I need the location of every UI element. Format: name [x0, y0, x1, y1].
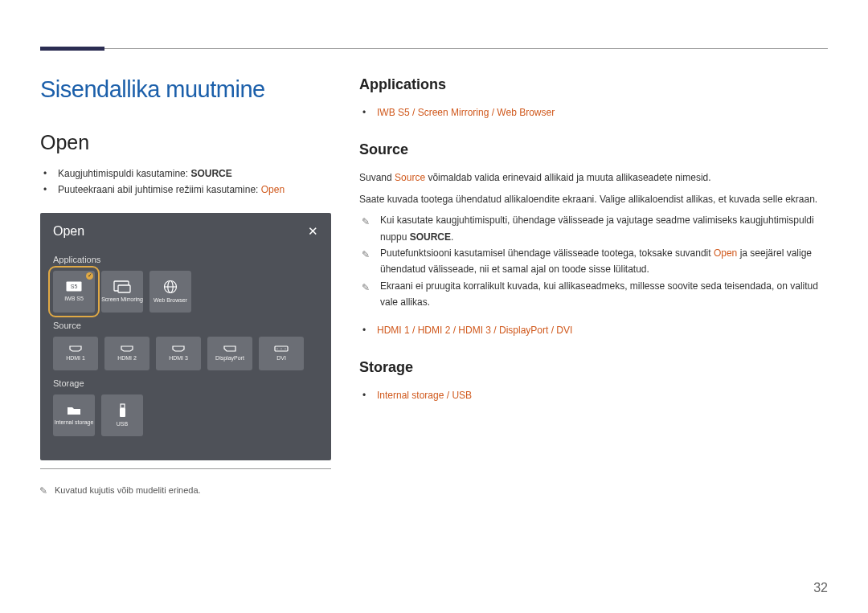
- source-note-1bold: SOURCE: [410, 231, 451, 243]
- source-heading: Source: [359, 141, 828, 158]
- tile-internal-storage[interactable]: Internal storage: [53, 394, 95, 436]
- close-icon[interactable]: ✕: [308, 225, 318, 237]
- storage-list-item: Internal storage / USB: [362, 387, 828, 403]
- instruction-remote: Kaugjuhtimispuldi kasutamine: SOURCE: [43, 166, 331, 182]
- source-p1: Suvand Source võimaldab valida erinevaid…: [359, 170, 828, 186]
- folder-icon: [67, 405, 81, 416]
- screen-mirroring-icon: [113, 280, 131, 293]
- source-p1-em: Source: [395, 172, 425, 183]
- tile-web-browser[interactable]: Web Browser: [149, 271, 191, 313]
- note-icon: ✎: [362, 214, 370, 230]
- instruction-touch-key: Open: [261, 184, 285, 195]
- instruction-touch: Puuteekraani abil juhtimise režiimi kasu…: [43, 182, 331, 198]
- dvi-icon: [274, 345, 289, 352]
- source-ports-item: HDMI 1 / HDMI 2 / HDMI 3 / DisplayPort /…: [362, 322, 828, 338]
- open-panel: Open ✕ Applications ✓ S5 IWB S5: [40, 213, 331, 460]
- svg-point-10: [285, 348, 285, 349]
- tile-hdmi3-label: HDMI 3: [169, 355, 188, 362]
- tile-iwb-label: IWB S5: [64, 296, 84, 302]
- tile-browser-label: Web Browser: [154, 297, 187, 304]
- globe-icon: [163, 280, 178, 294]
- tile-hdmi3[interactable]: HDMI 3: [156, 337, 201, 370]
- instruction-remote-text: Kaugjuhtimispuldi kasutamine:: [58, 168, 190, 179]
- tile-hdmi1[interactable]: HDMI 1: [53, 337, 98, 370]
- svg-rect-12: [120, 408, 125, 417]
- source-ports-text: HDMI 1 / HDMI 2 / HDMI 3 / DisplayPort /…: [377, 325, 572, 336]
- footnote-text: Kuvatud kujutis võib mudeliti erineda.: [55, 485, 201, 495]
- source-p2: Saate kuvada tootega ühendatud allikaloe…: [359, 191, 828, 207]
- section-open-heading: Open: [40, 131, 331, 154]
- source-note-2a: Puutefunktsiooni kasutamisel ühendage vä…: [380, 247, 714, 259]
- svg-point-9: [280, 348, 281, 349]
- applications-heading: Applications: [359, 76, 828, 93]
- hdmi-icon: [172, 345, 185, 352]
- svg-rect-3: [118, 285, 130, 292]
- usb-icon: [118, 403, 127, 418]
- applications-label: Applications: [53, 255, 318, 264]
- source-note-3: ✎ Ekraani ei pruugita korralikult kuvada…: [362, 278, 828, 311]
- footnote-divider: [40, 468, 331, 469]
- svg-rect-11: [121, 404, 125, 408]
- tile-screen-mirroring[interactable]: Screen Mirroring: [101, 271, 143, 313]
- tile-displayport[interactable]: DisplayPort: [207, 337, 252, 370]
- header-accent-bar: [40, 47, 104, 51]
- storage-list-text: Internal storage / USB: [377, 390, 472, 401]
- tile-dvi[interactable]: DVI: [259, 337, 304, 370]
- check-icon: ✓: [86, 272, 93, 280]
- tile-hdmi2[interactable]: HDMI 2: [104, 337, 149, 370]
- tile-dp-label: DisplayPort: [215, 355, 244, 362]
- tile-iwb[interactable]: ✓ S5 IWB S5: [53, 271, 95, 313]
- svg-point-8: [276, 348, 277, 349]
- source-p1-a: Suvand: [359, 172, 395, 183]
- tile-dvi-label: DVI: [276, 355, 286, 362]
- source-note-1b: .: [451, 231, 453, 243]
- open-instructions-list: Kaugjuhtimispuldi kasutamine: SOURCE Puu…: [40, 166, 331, 198]
- hdmi-icon: [121, 345, 133, 352]
- tile-internal-label: Internal storage: [55, 419, 94, 426]
- note-icon: ✎: [362, 247, 370, 263]
- page-number: 32: [813, 581, 828, 595]
- hdmi-icon: [69, 345, 82, 352]
- source-note-2: ✎ Puutefunktsiooni kasutamisel ühendage …: [362, 245, 828, 278]
- footnote: ✎ Kuvatud kujutis võib mudeliti erineda.: [40, 485, 331, 495]
- storage-label: Storage: [53, 378, 318, 388]
- iwb-icon: S5: [66, 281, 82, 292]
- source-label: Source: [53, 321, 318, 330]
- note-icon: ✎: [362, 280, 370, 296]
- applications-list-item: IWB S5 / Screen Mirroring / Web Browser: [362, 104, 828, 121]
- svg-text:S5: S5: [71, 284, 78, 289]
- source-note-2em: Open: [714, 247, 737, 259]
- tile-hdmi1-label: HDMI 1: [66, 355, 85, 362]
- tile-hdmi2-label: HDMI 2: [117, 355, 137, 362]
- source-p1-b: võimaldab valida erinevaid allikaid ja m…: [425, 172, 711, 183]
- instruction-touch-text: Puuteekraani abil juhtimise režiimi kasu…: [58, 184, 261, 195]
- tile-mirroring-label: Screen Mirroring: [101, 296, 143, 303]
- instruction-remote-key: SOURCE: [190, 168, 231, 179]
- storage-heading: Storage: [359, 359, 828, 376]
- note-icon: ✎: [39, 485, 47, 497]
- header-rule: [104, 48, 828, 49]
- page-title: Sisendallika muutmine: [40, 76, 331, 103]
- displayport-icon: [223, 345, 236, 352]
- panel-title: Open: [53, 224, 84, 239]
- tile-usb-label: USB: [117, 421, 128, 427]
- source-note-1: ✎ Kui kasutate kaugjuhtimispulti, ühenda…: [362, 212, 828, 245]
- applications-list-text: IWB S5 / Screen Mirroring / Web Browser: [377, 107, 555, 118]
- source-note-3-text: Ekraani ei pruugita korralikult kuvada, …: [380, 280, 818, 308]
- tile-usb[interactable]: USB: [101, 394, 143, 436]
